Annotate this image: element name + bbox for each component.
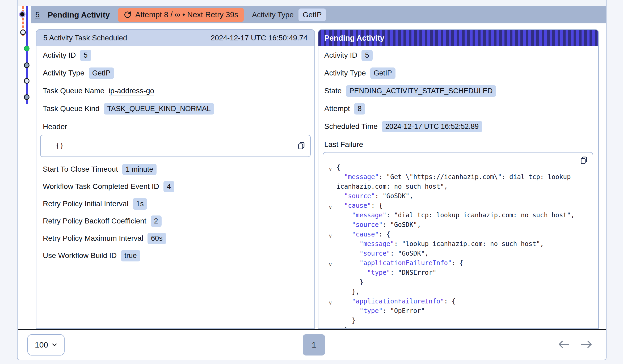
json-code-line: } [329,316,587,325]
field-row: Activity ID5 [43,49,308,61]
field-row: Workflow Task Completed Event ID4 [43,181,308,192]
last-failure-label: Last Failure [324,140,595,149]
timeline-event-dot-open[interactable] [20,29,26,35]
event-row-header[interactable]: 5 Pending Activity Attempt 8 / ∞ • Next … [31,6,606,23]
field-row: Start To Close Timeout1 minute [43,163,308,175]
event-id-link[interactable]: 5 [35,10,40,19]
timeline-line [26,6,28,104]
json-code-line: ∨{ [329,163,587,172]
per-page-value: 100 [35,340,48,349]
copy-icon[interactable] [297,141,306,151]
field-value-badge: 2 [151,215,162,227]
field-label: Activity Type [43,69,85,77]
json-code-line: ∨ "cause": { [329,230,587,239]
json-code-line: "message": "dial tcp: lookup icanhazip.c… [329,210,587,220]
timeline-current-event-dot[interactable] [19,11,26,18]
activity-type-label: Activity Type [252,11,294,19]
field-row: StatePENDING_ACTIVITY_STATE_SCHEDULED [324,85,595,97]
field-row: Activity TypeGetIP [324,67,595,79]
field-value-badge: 60s [148,233,166,244]
json-code-line: "message": "Get \"https://icanhazip.com\… [329,172,587,191]
next-page-arrow-icon[interactable] [580,339,593,350]
event-detail-title: 5 Activity Task Scheduled [43,34,127,42]
field-label: Retry Policy Backoff Coefficient [43,217,146,225]
field-value-badge: 1 minute [122,164,157,175]
field-label: Activity Type [324,69,366,77]
activity-type-badge: GetIP [298,9,326,21]
json-code-line: "type": "OpError" [329,306,587,316]
retry-icon [124,11,132,19]
json-code-line: }, [329,325,587,329]
field-row: Use Workflow Build IDtrue [43,250,308,261]
pending-activity-title: Pending Activity [324,34,384,43]
json-code-line: ∨ "applicationFailureInfo": { [329,297,587,306]
retry-badge-text: Attempt 8 / ∞ • Next Retry 39s [135,10,238,19]
header-payload-value: {} [56,142,64,150]
field-label: Use Workflow Build ID [43,251,117,260]
task-queue-link[interactable]: ip-address-go [109,87,154,95]
header-section-label: Header [43,122,308,131]
copy-icon[interactable] [579,156,588,166]
field-label: Retry Policy Maximum Interval [43,234,143,243]
field-value-badge: 5 [361,50,372,61]
event-detail-card: 5 Activity Task Scheduled 2024-12-17 UTC… [36,29,315,329]
json-code-line: }, [329,287,587,297]
field-value-badge: TASK_QUEUE_KIND_NORMAL [104,103,214,115]
field-label: Start To Close Timeout [43,165,118,173]
field-label: Scheduled Time [324,122,378,131]
field-value-badge: PENDING_ACTIVITY_STATE_SCHEDULED [346,85,496,97]
field-value-badge: GetIP [370,67,395,79]
field-label: Activity ID [324,51,357,60]
pending-activity-card: Pending Activity Activity ID5Activity Ty… [318,29,599,329]
chevron-down-icon [52,343,57,347]
json-code-line: ∨ "applicationFailureInfo": { [329,258,587,268]
pending-activity-card-header: Pending Activity [318,30,598,46]
table-top-strip [18,0,606,6]
failure-json: ∨{ "message": "Get \"https://icanhazip.c… [323,152,593,329]
field-value-badge: 8 [354,103,365,115]
event-detail-card-header: 5 Activity Task Scheduled 2024-12-17 UTC… [36,30,314,46]
field-row: Retry Policy Backoff Coefficient2 [43,215,308,227]
field-label: State [324,87,342,95]
json-code-line: "source": "GoSDK", [329,249,587,258]
field-label: Task Queue Kind [43,104,99,113]
header-payload-box: {} [40,135,311,157]
field-value-badge: 4 [163,181,174,192]
timeline-event-dot[interactable] [24,78,30,84]
field-value-badge: 2024-12-17 UTC 16:52:52.89 [382,121,482,132]
field-row: Task Queue Nameip-address-go [43,85,308,97]
field-row: Retry Policy Maximum Interval60s [43,232,308,244]
pagination-separator [18,329,606,330]
json-code-line: } [329,277,587,287]
field-label: Attempt [324,104,350,113]
page-number-button[interactable]: 1 [303,334,325,355]
field-value-badge: GetIP [89,67,114,79]
previous-page-arrow-icon[interactable] [557,339,570,350]
json-code-line: ∨ "cause": { [329,201,587,210]
field-label: Task Queue Name [43,87,104,95]
json-code-line: "source": "GoSDK", [329,191,587,201]
field-label: Retry Policy Initial Interval [43,200,128,208]
json-code-line: "message": "lookup icanhazip.com: no suc… [329,239,587,249]
json-code-line: "source": "GoSDK", [329,220,587,230]
field-row: Activity TypeGetIP [43,67,308,79]
timeline-event-dot-completed[interactable] [24,46,30,51]
field-row: Retry Policy Initial Interval1s [43,198,308,210]
timeline-event-dot[interactable] [24,62,30,68]
field-row: Attempt8 [324,103,595,115]
field-label: Workflow Task Completed Event ID [43,182,159,191]
field-row: Scheduled Time2024-12-17 UTC 16:52:52.89 [324,121,595,132]
retry-status-badge: Attempt 8 / ∞ • Next Retry 39s [118,8,244,22]
event-detail-timestamp: 2024-12-17 UTC 16:50:49.74 [211,34,308,42]
timeline-event-dot[interactable] [24,94,30,100]
field-row: Activity ID5 [324,49,595,61]
field-value-badge: true [121,250,140,261]
json-code-line: "type": "DNSError" [329,268,587,277]
event-title: Pending Activity [48,10,110,19]
field-value-badge: 1s [133,198,147,210]
field-row: Task Queue KindTASK_QUEUE_KIND_NORMAL [43,103,308,115]
field-label: Activity ID [43,51,76,60]
field-value-badge: 5 [80,50,91,61]
per-page-select[interactable]: 100 [27,334,65,355]
failure-json-code: ∨{ "message": "Get \"https://icanhazip.c… [329,163,587,329]
